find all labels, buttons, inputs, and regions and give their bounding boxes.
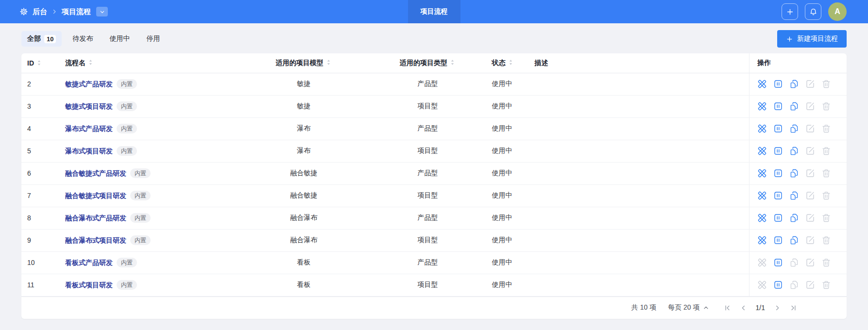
design-icon[interactable] xyxy=(757,124,767,133)
toolbar: 全部10待发布使用中停用 新建项目流程 xyxy=(0,23,868,53)
cell-desc xyxy=(531,251,749,274)
notification-button[interactable] xyxy=(805,3,821,20)
column-header-status[interactable]: 状态 xyxy=(488,53,531,73)
first-page-button[interactable] xyxy=(724,304,731,312)
pause-icon[interactable] xyxy=(773,168,783,178)
flow-name-link[interactable]: 看板式项目研发 xyxy=(65,281,113,289)
flow-name-link[interactable]: 融合敏捷式产品研发 xyxy=(65,169,126,177)
delete-icon xyxy=(821,79,831,89)
design-icon[interactable] xyxy=(757,235,767,245)
copy-icon xyxy=(789,258,799,267)
column-header-type[interactable]: 适用的项目类型 xyxy=(367,53,488,73)
column-header-id[interactable]: ID xyxy=(21,53,61,73)
pause-icon[interactable] xyxy=(773,235,783,245)
filter-tab-0[interactable]: 全部10 xyxy=(21,31,62,47)
flow-name-link[interactable]: 融合瀑布式项目研发 xyxy=(65,236,126,244)
column-header-model[interactable]: 适用的项目模型 xyxy=(240,53,367,73)
design-icon[interactable] xyxy=(757,191,767,200)
filter-tabs: 全部10待发布使用中停用 xyxy=(21,31,166,47)
filter-tab-label: 使用中 xyxy=(109,34,130,43)
avatar[interactable]: A xyxy=(828,2,847,21)
filter-tab-1[interactable]: 待发布 xyxy=(67,31,99,47)
edit-icon xyxy=(805,191,815,200)
add-button[interactable] xyxy=(782,3,798,20)
builtin-badge: 内置 xyxy=(130,168,151,178)
delete-icon xyxy=(821,191,831,200)
flow-name-link[interactable]: 融合敏捷式项目研发 xyxy=(65,192,126,199)
copy-icon[interactable] xyxy=(789,191,799,200)
edit-icon xyxy=(805,146,815,156)
copy-icon[interactable] xyxy=(789,213,799,223)
flow-name-link[interactable]: 融合瀑布式产品研发 xyxy=(65,214,126,222)
pause-icon[interactable] xyxy=(773,79,783,89)
pause-icon[interactable] xyxy=(773,213,783,223)
sort-icon[interactable] xyxy=(447,59,456,66)
pause-icon[interactable] xyxy=(773,146,783,156)
delete-icon xyxy=(821,146,831,156)
table-row: 8融合瀑布式产品研发内置融合瀑布产品型使用中 xyxy=(21,207,847,229)
total-count: 共 10 项 xyxy=(631,303,656,312)
flow-name-link[interactable]: 敏捷式项目研发 xyxy=(65,102,113,110)
design-icon[interactable] xyxy=(757,168,767,178)
last-page-button[interactable] xyxy=(790,304,797,312)
design-icon[interactable] xyxy=(757,213,767,223)
breadcrumb-dropdown-toggle[interactable] xyxy=(96,7,108,16)
tab-project-flow[interactable]: 项目流程 xyxy=(408,0,460,23)
column-header-name[interactable]: 流程名 xyxy=(61,53,240,73)
flow-name-link[interactable]: 瀑布式产品研发 xyxy=(65,125,113,132)
edit-icon xyxy=(805,213,815,223)
cell-model: 融合瀑布 xyxy=(240,207,367,229)
filter-tab-3[interactable]: 停用 xyxy=(140,31,166,47)
flow-name-link[interactable]: 看板式产品研发 xyxy=(65,259,113,266)
chevron-right-icon xyxy=(51,9,57,15)
plus-icon xyxy=(786,35,793,43)
pause-icon[interactable] xyxy=(773,191,783,200)
builtin-badge: 内置 xyxy=(117,124,137,133)
cell-model: 融合敏捷 xyxy=(240,162,367,184)
prev-page-button[interactable] xyxy=(740,304,747,312)
sort-icon[interactable] xyxy=(85,59,94,66)
builtin-badge: 内置 xyxy=(130,235,151,245)
next-page-button[interactable] xyxy=(774,304,781,312)
sort-icon[interactable] xyxy=(34,59,42,67)
cell-name: 融合瀑布式产品研发内置 xyxy=(61,207,240,229)
copy-icon[interactable] xyxy=(789,235,799,245)
filter-tab-2[interactable]: 使用中 xyxy=(103,31,136,47)
per-page-select[interactable]: 每页 20 项 xyxy=(668,303,709,312)
edit-icon xyxy=(805,235,815,245)
pause-icon[interactable] xyxy=(773,280,783,290)
design-icon[interactable] xyxy=(757,146,767,156)
cell-desc xyxy=(531,95,749,117)
table-row: 10看板式产品研发内置看板产品型使用中 xyxy=(21,251,847,274)
chevron-down-icon xyxy=(100,9,105,15)
pause-icon[interactable] xyxy=(773,124,783,133)
delete-icon xyxy=(821,213,831,223)
sort-icon[interactable] xyxy=(323,59,332,66)
breadcrumb-current[interactable]: 项目流程 xyxy=(62,7,91,16)
copy-icon[interactable] xyxy=(789,101,799,111)
copy-icon[interactable] xyxy=(789,146,799,156)
breadcrumb-root[interactable]: 后台 xyxy=(33,7,47,16)
flow-name-link[interactable]: 瀑布式项目研发 xyxy=(65,147,113,155)
cell-status: 使用中 xyxy=(488,207,531,229)
sort-icon[interactable] xyxy=(506,59,514,66)
open-tabs-bar: 项目流程 xyxy=(408,0,460,23)
flow-name-link[interactable]: 敏捷式产品研发 xyxy=(65,80,113,88)
pause-icon[interactable] xyxy=(773,258,783,267)
pause-icon[interactable] xyxy=(773,101,783,111)
builtin-badge: 内置 xyxy=(117,146,137,156)
create-flow-button[interactable]: 新建项目流程 xyxy=(777,30,847,48)
builtin-badge: 内置 xyxy=(117,79,137,89)
cell-name: 融合敏捷式项目研发内置 xyxy=(61,184,240,207)
copy-icon[interactable] xyxy=(789,168,799,178)
design-icon[interactable] xyxy=(757,79,767,89)
cell-name: 瀑布式产品研发内置 xyxy=(61,117,240,140)
cell-id: 8 xyxy=(21,207,61,229)
copy-icon[interactable] xyxy=(789,124,799,133)
cell-actions xyxy=(749,162,847,184)
table-header-row: ID流程名适用的项目模型适用的项目类型状态描述操作 xyxy=(21,53,847,73)
copy-icon[interactable] xyxy=(789,79,799,89)
cell-name: 瀑布式项目研发内置 xyxy=(61,140,240,162)
cell-actions xyxy=(749,207,847,229)
design-icon[interactable] xyxy=(757,101,767,111)
